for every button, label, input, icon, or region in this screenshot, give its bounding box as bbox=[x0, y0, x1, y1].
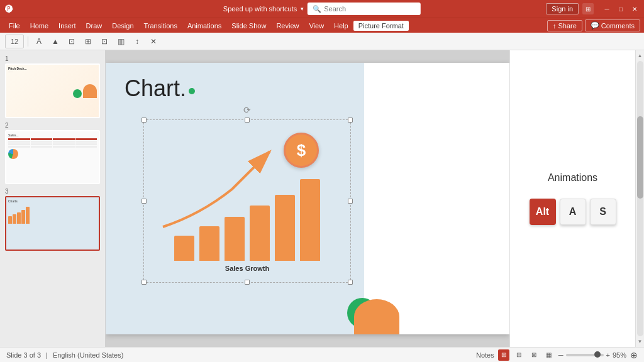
title-text: Speed up with shortcuts bbox=[223, 5, 297, 13]
toolbar-highlight-btn[interactable]: ▲ bbox=[48, 35, 62, 48]
status-separator: | bbox=[46, 351, 48, 359]
canvas-area[interactable]: Chart. ⟳ $ bbox=[106, 50, 509, 347]
slide-3-title: Charts bbox=[8, 199, 97, 203]
slide-thumb-inner-2[interactable]: Sales... bbox=[5, 130, 100, 185]
slide-thumb-inner-1[interactable]: Pitch Deck... ......... bbox=[5, 63, 100, 118]
window-controls: ─ □ ✕ bbox=[602, 4, 639, 13]
toolbar-layout-btn[interactable]: ▥ bbox=[114, 35, 128, 48]
animations-title: Animations bbox=[548, 172, 597, 184]
vertical-scrollbar[interactable]: ▲ ▼ bbox=[635, 50, 644, 347]
slide-num-3: 3 bbox=[5, 188, 100, 195]
toolbar-crop-btn[interactable]: ⊡ bbox=[97, 35, 111, 48]
zoom-slider: ─ + 95% bbox=[558, 351, 626, 359]
selected-image-box[interactable]: ⟳ $ bbox=[143, 119, 351, 283]
zoom-minus[interactable]: ─ bbox=[558, 351, 564, 359]
menu-review[interactable]: Review bbox=[271, 21, 304, 31]
slide-num-2: 2 bbox=[5, 122, 100, 129]
bar-1 bbox=[174, 236, 194, 261]
scroll-track[interactable] bbox=[637, 61, 643, 336]
key-s-button[interactable]: S bbox=[590, 199, 616, 225]
slide-2-title: Sales... bbox=[8, 133, 97, 137]
search-box[interactable]: 🔍 bbox=[308, 3, 421, 15]
slide-num-1: 1 bbox=[5, 55, 100, 62]
menu-bar-actions: ↑ Share 💬 Comments bbox=[547, 19, 640, 31]
scroll-up-arrow[interactable]: ▲ bbox=[636, 52, 644, 60]
menu-view[interactable]: View bbox=[304, 21, 329, 31]
scroll-down-arrow[interactable]: ▼ bbox=[636, 337, 644, 346]
toolbar-font-size[interactable]: 12 bbox=[5, 35, 24, 48]
deco-circle-orange bbox=[354, 299, 399, 334]
slide-3-content: Charts bbox=[6, 197, 99, 250]
menu-slideshow[interactable]: Slide Show bbox=[226, 21, 271, 31]
status-bar: Slide 3 of 3 | English (United States) N… bbox=[0, 347, 644, 362]
key-buttons: Alt A S bbox=[530, 199, 616, 225]
toolbar-expand-btn[interactable]: ↕ bbox=[130, 35, 144, 48]
search-input[interactable] bbox=[324, 5, 416, 13]
slide-thumb-3[interactable]: 3 Charts bbox=[5, 188, 100, 251]
close-button[interactable]: ✕ bbox=[630, 4, 639, 13]
view-outline-button[interactable]: ⊟ bbox=[513, 349, 525, 361]
menu-home[interactable]: Home bbox=[25, 21, 53, 31]
chart-title-dot bbox=[189, 88, 195, 94]
main-area: 1 Pitch Deck... ......... 2 Sales... bbox=[0, 50, 644, 347]
slide-bg-right bbox=[364, 63, 509, 334]
zoom-thumb[interactable] bbox=[594, 351, 601, 358]
zoom-plus[interactable]: + bbox=[606, 351, 610, 359]
slide-info: Slide 3 of 3 bbox=[6, 351, 41, 359]
view-slide-sorter-button[interactable]: ⊠ bbox=[528, 349, 540, 361]
dollar-coin: $ bbox=[284, 133, 319, 168]
bar-chart bbox=[168, 173, 326, 261]
menu-draw[interactable]: Draw bbox=[81, 21, 108, 31]
toolbar-sep-1 bbox=[28, 36, 28, 47]
slide-2-table bbox=[8, 138, 97, 148]
menu-animations[interactable]: Animations bbox=[182, 21, 226, 31]
bar-4 bbox=[250, 206, 270, 261]
rotate-handle[interactable]: ⟳ bbox=[243, 105, 251, 115]
toolbar: 12 A ▲ ⊡ ⊞ ⊡ ▥ ↕ ✕ bbox=[0, 33, 644, 50]
key-a-button[interactable]: A bbox=[560, 199, 586, 225]
signin-button[interactable]: Sign in bbox=[546, 3, 579, 14]
view-normal-button[interactable]: ⊞ bbox=[498, 349, 509, 361]
toolbar-border-btn[interactable]: ⊡ bbox=[65, 35, 79, 48]
bar-6 bbox=[300, 179, 320, 261]
ribbon-icon[interactable]: ⊞ bbox=[582, 3, 594, 14]
scroll-thumb[interactable] bbox=[637, 116, 643, 199]
slide1-circle-green bbox=[73, 89, 82, 98]
slide-panel: 1 Pitch Deck... ......... 2 Sales... bbox=[0, 50, 106, 347]
slide-canvas[interactable]: Chart. ⟳ $ bbox=[106, 63, 509, 334]
slide-thumb-1[interactable]: 1 Pitch Deck... ......... bbox=[5, 55, 100, 118]
share-icon: ↑ bbox=[553, 22, 557, 30]
slide-3-bars bbox=[8, 205, 97, 224]
zoom-value: 95% bbox=[613, 351, 626, 359]
title-bar: 🅟 Speed up with shortcuts ▾ 🔍 Sign in ⊞ … bbox=[0, 0, 644, 18]
slide-thumb-inner-3[interactable]: Charts bbox=[5, 196, 100, 251]
language-status: English (United States) bbox=[53, 351, 124, 359]
minimize-button[interactable]: ─ bbox=[602, 4, 611, 13]
toolbar-close-btn[interactable]: ✕ bbox=[147, 35, 160, 48]
toolbar-fontcolor-btn[interactable]: A bbox=[32, 35, 46, 48]
menu-picture-format[interactable]: Picture Format bbox=[353, 21, 409, 31]
zoom-track[interactable] bbox=[566, 354, 604, 356]
slide1-circle-orange bbox=[83, 84, 97, 98]
maximize-button[interactable]: □ bbox=[616, 4, 625, 13]
key-alt-button[interactable]: Alt bbox=[530, 199, 556, 225]
title-dropdown-icon[interactable]: ▾ bbox=[301, 6, 304, 12]
slide-thumb-2[interactable]: 2 Sales... bbox=[5, 122, 100, 185]
comments-button[interactable]: 💬 Comments bbox=[585, 19, 640, 31]
notes-label[interactable]: Notes bbox=[476, 351, 494, 359]
comment-icon: 💬 bbox=[591, 21, 599, 30]
menu-help[interactable]: Help bbox=[329, 21, 353, 31]
bar-2 bbox=[199, 226, 219, 261]
share-button[interactable]: ↑ Share bbox=[547, 20, 582, 31]
title-bar-right: Sign in ⊞ ─ □ ✕ bbox=[546, 3, 639, 14]
bar-5 bbox=[275, 195, 295, 261]
fit-slide-icon[interactable]: ⊕ bbox=[630, 350, 638, 360]
bar-3 bbox=[225, 217, 245, 261]
toolbar-grid-btn[interactable]: ⊞ bbox=[81, 35, 95, 48]
menu-insert[interactable]: Insert bbox=[53, 21, 81, 31]
menu-transitions[interactable]: Transitions bbox=[139, 21, 182, 31]
menu-file[interactable]: File bbox=[4, 21, 25, 31]
menu-design[interactable]: Design bbox=[107, 21, 138, 31]
view-reading-button[interactable]: ▦ bbox=[543, 349, 555, 361]
app-icon: 🅟 bbox=[5, 4, 13, 14]
